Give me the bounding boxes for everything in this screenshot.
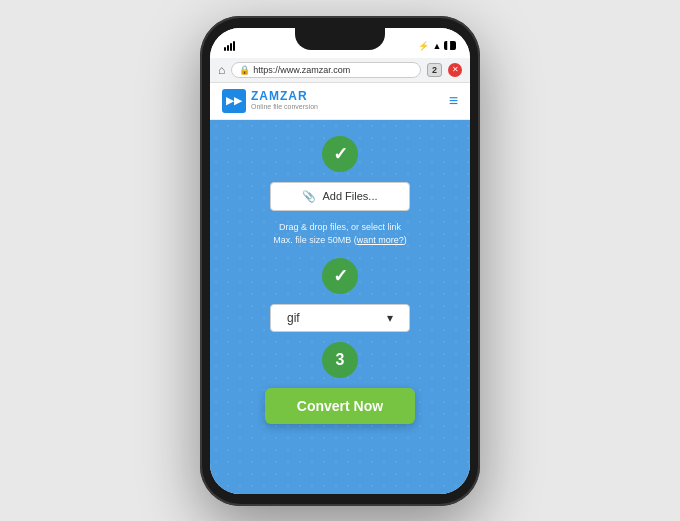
- lock-icon: 🔒: [239, 65, 250, 75]
- format-select[interactable]: gif ▾: [270, 304, 410, 332]
- url-text: https://www.zamzar.com: [253, 65, 350, 75]
- step3-number: 3: [336, 351, 345, 369]
- step2-circle: ✓: [322, 258, 358, 294]
- dropdown-arrow-icon: ▾: [387, 311, 393, 325]
- logo-brand: ZAMZAR: [251, 90, 318, 103]
- file-size-hint: Max. file size 50MB (want more?): [273, 234, 407, 248]
- logo-icon: ▶▶: [222, 89, 246, 113]
- file-hint: Drag & drop files, or select link Max. f…: [273, 221, 407, 248]
- zamzar-header: ▶▶ ZAMZAR Online file conversion ≡: [210, 83, 470, 120]
- browser-tabs[interactable]: 2: [427, 63, 442, 77]
- signal-bars: [224, 41, 235, 51]
- phone-screen: 9:41 ⚡ ▲ ▌ ⌂ 🔒 https://www.zamzar.com 2 …: [210, 28, 470, 494]
- convert-now-button[interactable]: Convert Now: [265, 388, 415, 424]
- battery-icon: ▌: [444, 41, 456, 50]
- step2-check-icon: ✓: [333, 265, 348, 287]
- step1-circle: ✓: [322, 136, 358, 172]
- status-right: ⚡ ▲ ▌: [418, 41, 456, 51]
- main-content: ✓ 📎 Add Files... Drag & drop files, or s…: [210, 120, 470, 494]
- browser-bar: ⌂ 🔒 https://www.zamzar.com 2 ✕: [210, 58, 470, 83]
- zamzar-logo: ▶▶ ZAMZAR Online file conversion: [222, 89, 318, 113]
- browser-home-icon[interactable]: ⌂: [218, 63, 225, 77]
- phone-frame: 9:41 ⚡ ▲ ▌ ⌂ 🔒 https://www.zamzar.com 2 …: [200, 16, 480, 506]
- step3-circle: 3: [322, 342, 358, 378]
- add-files-label: Add Files...: [322, 190, 377, 202]
- bluetooth-icon: ⚡: [418, 41, 429, 51]
- url-bar[interactable]: 🔒 https://www.zamzar.com: [231, 62, 421, 78]
- step1-check-icon: ✓: [333, 143, 348, 165]
- logo-tagline: Online file conversion: [251, 103, 318, 111]
- phone-notch: [295, 28, 385, 50]
- logo-text-wrapper: ZAMZAR Online file conversion: [251, 90, 318, 111]
- add-files-button[interactable]: 📎 Add Files...: [270, 182, 410, 211]
- wifi-icon: ▲: [432, 41, 441, 51]
- status-left: [224, 41, 235, 51]
- format-value: gif: [287, 311, 300, 325]
- browser-close-button[interactable]: ✕: [448, 63, 462, 77]
- want-more-link[interactable]: want more?: [357, 235, 404, 245]
- drag-drop-hint: Drag & drop files, or select link: [273, 221, 407, 235]
- hamburger-menu[interactable]: ≡: [449, 92, 458, 110]
- upload-icon: 📎: [302, 190, 316, 203]
